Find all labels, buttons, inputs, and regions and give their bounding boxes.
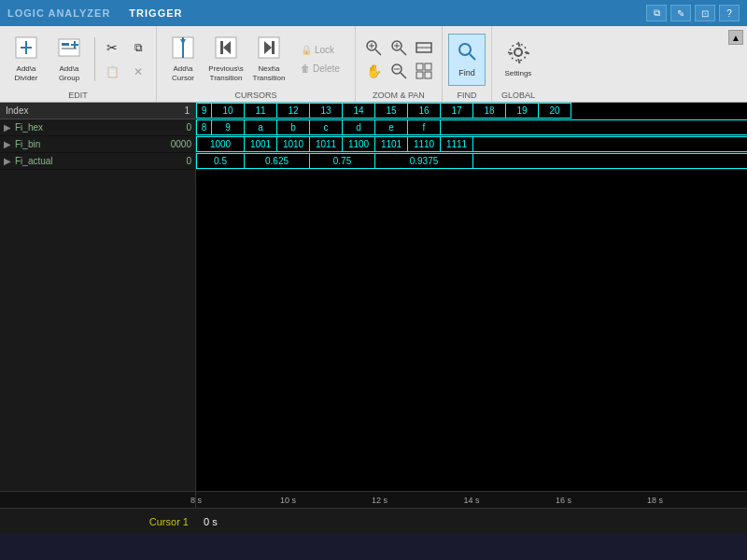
waveform-panel: 9 10 11 12 13 14 15 16 17 18 19 20 8 9 bbox=[196, 103, 747, 491]
svg-rect-32 bbox=[425, 63, 431, 70]
actual-09375: 0.9375 bbox=[375, 153, 473, 169]
edit-buttons: Add\aDivider Add\aGroup ✂ bbox=[6, 30, 150, 89]
tick-18s: 18 s bbox=[647, 496, 663, 505]
svg-rect-4 bbox=[62, 43, 69, 46]
hex-d: d bbox=[343, 119, 375, 135]
toolbar: Add\aDivider Add\aGroup ✂ bbox=[0, 26, 747, 103]
win-btn-2[interactable]: ✎ bbox=[670, 5, 691, 21]
lock-icon: 🔒 bbox=[301, 45, 312, 55]
hex-9: 9 bbox=[212, 119, 245, 135]
signal-area: Index 1 ▶ Fi_hex 0 ▶ Fi_bin 0000 ▶ Fi_ac… bbox=[0, 103, 747, 491]
add-divider-icon bbox=[14, 35, 38, 63]
hex-empty bbox=[441, 119, 747, 135]
idx-17: 17 bbox=[441, 103, 473, 119]
find-buttons: Find bbox=[448, 30, 486, 89]
signal-row-fi-hex: ▶ Fi_hex 0 bbox=[0, 119, 195, 136]
zoom-area-button[interactable] bbox=[361, 36, 386, 59]
bin-1110: 1110 bbox=[408, 136, 441, 152]
prev-transition-icon bbox=[214, 35, 238, 63]
cut-button[interactable]: ✂ bbox=[100, 36, 124, 59]
signal-row-fi-bin: ▶ Fi_bin 0000 bbox=[0, 136, 195, 153]
win-btn-help[interactable]: ? bbox=[719, 5, 740, 21]
idx-18: 18 bbox=[473, 103, 506, 119]
lock-button[interactable]: 🔒 Lock bbox=[294, 42, 346, 58]
index-col-header: Index bbox=[6, 105, 28, 116]
toolbar-edit-group: Add\aDivider Add\aGroup ✂ bbox=[0, 26, 157, 102]
cursors-buttons: Add\aCursor Previous\sTransition bbox=[162, 30, 349, 89]
fi-hex-value: 0 bbox=[186, 122, 191, 133]
svg-line-18 bbox=[375, 49, 381, 55]
prev-transition-button[interactable]: Previous\sTransition bbox=[205, 34, 247, 86]
toolbar-cursors-group: Add\aCursor Previous\sTransition bbox=[157, 26, 356, 102]
bin-1000: 1000 bbox=[196, 136, 245, 152]
idx-10: 10 bbox=[212, 103, 245, 119]
zoom-in-button[interactable] bbox=[387, 36, 411, 59]
svg-point-37 bbox=[514, 49, 522, 56]
idx-11: 11 bbox=[245, 103, 277, 119]
fi-bin-value: 0000 bbox=[171, 139, 191, 149]
add-cursor-icon bbox=[171, 35, 195, 63]
bin-1010: 1010 bbox=[277, 136, 310, 152]
hex-e: e bbox=[375, 119, 408, 135]
next-transition-icon bbox=[257, 35, 281, 63]
win-btn-3[interactable]: ⊡ bbox=[695, 5, 715, 21]
copy-button[interactable]: ⧉ bbox=[126, 36, 150, 59]
bin-1101: 1101 bbox=[375, 136, 408, 152]
idx-12: 12 bbox=[277, 103, 310, 119]
settings-button[interactable]: Settings bbox=[498, 34, 539, 86]
delete-cursor-label: Delete bbox=[313, 63, 340, 74]
next-transition-button[interactable]: Next\aTransition bbox=[248, 34, 289, 86]
win-btn-1[interactable]: ⧉ bbox=[646, 5, 667, 21]
paste-button[interactable]: 📋 bbox=[100, 61, 124, 83]
add-group-icon bbox=[57, 35, 81, 63]
tick-16s: 16 s bbox=[556, 496, 571, 505]
hex-waveform-row: 8 9 a b c d e f bbox=[196, 119, 747, 136]
idx-19: 19 bbox=[506, 103, 539, 119]
idx-14: 14 bbox=[343, 103, 375, 119]
app-name: LOGIC ANALYZER bbox=[7, 7, 110, 19]
fi-bin-arrow: ▶ bbox=[4, 139, 11, 149]
tick-8s: 8 s bbox=[190, 496, 202, 505]
trigger-label: TRIGGER bbox=[129, 7, 182, 19]
add-cursor-button[interactable]: Add\aCursor bbox=[162, 34, 204, 86]
zoom-out-button[interactable] bbox=[387, 60, 411, 82]
global-buttons: Settings bbox=[498, 30, 539, 89]
index-waveform-row: 9 10 11 12 13 14 15 16 17 18 19 20 bbox=[196, 103, 747, 119]
hex-c: c bbox=[310, 119, 343, 135]
find-label: FIND bbox=[457, 89, 476, 100]
add-divider-label: Add\aDivider bbox=[15, 64, 38, 82]
signal-header: Index 1 bbox=[0, 103, 195, 119]
zoom-extra-button[interactable] bbox=[412, 60, 436, 82]
actual-empty bbox=[473, 153, 747, 169]
zoom-fit-button[interactable] bbox=[412, 36, 436, 59]
delete-cursor-icon: 🗑 bbox=[301, 63, 310, 74]
bin-empty bbox=[473, 136, 747, 152]
svg-rect-13 bbox=[220, 41, 223, 54]
hex-f: f bbox=[408, 119, 441, 135]
pan-button[interactable]: ✋ bbox=[361, 60, 386, 82]
delete-small-button[interactable]: ✕ bbox=[126, 61, 150, 83]
toolbar-global-group: Settings GLOBAL bbox=[492, 26, 544, 102]
bin-waveform-row: 1000 1001 1010 1011 1100 1101 1110 1111 bbox=[196, 136, 747, 153]
hex-8: 8 bbox=[196, 119, 212, 135]
actual-05: 0.5 bbox=[196, 153, 245, 169]
add-group-button[interactable]: Add\aGroup bbox=[49, 34, 90, 86]
add-divider-button[interactable]: Add\aDivider bbox=[6, 34, 47, 86]
waveform-empty-space bbox=[196, 170, 747, 403]
svg-point-35 bbox=[459, 44, 471, 55]
signal-row-fi-actual: ▶ Fi_actual 0 bbox=[0, 153, 195, 170]
bin-1100: 1100 bbox=[343, 136, 375, 152]
fi-actual-value: 0 bbox=[186, 156, 191, 166]
delete-cursor-button[interactable]: 🗑 Delete bbox=[294, 61, 346, 77]
fi-bin-name: Fi_bin bbox=[15, 139, 40, 149]
idx-9: 9 bbox=[196, 103, 212, 119]
tick-12s: 12 s bbox=[372, 496, 388, 505]
zoom-pan-label: ZOOM & PAN bbox=[373, 89, 425, 100]
find-button[interactable]: Find bbox=[448, 34, 486, 86]
hex-b: b bbox=[277, 119, 310, 135]
time-ruler-ticks: 8 s 10 s 12 s 14 s 16 s 18 s bbox=[196, 492, 747, 508]
signal-names-panel: Index 1 ▶ Fi_hex 0 ▶ Fi_bin 0000 ▶ Fi_ac… bbox=[0, 103, 196, 491]
toolbar-collapse-button[interactable]: ▲ bbox=[728, 30, 743, 45]
idx-15: 15 bbox=[375, 103, 408, 119]
zoom-buttons: ✋ bbox=[361, 30, 436, 89]
